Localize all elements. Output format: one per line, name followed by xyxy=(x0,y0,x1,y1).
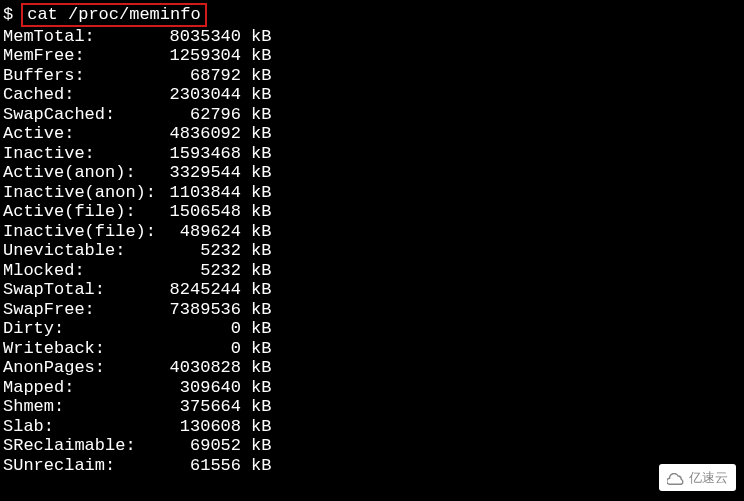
meminfo-unit: kB xyxy=(241,417,271,437)
meminfo-row: Mlocked:5232kB xyxy=(3,261,741,281)
meminfo-unit: kB xyxy=(241,66,271,86)
watermark-text: 亿速云 xyxy=(689,468,728,488)
meminfo-unit: kB xyxy=(241,124,271,144)
prompt-line: $ cat /proc/meminfo xyxy=(3,3,741,27)
meminfo-row: Cached:2303044kB xyxy=(3,85,741,105)
meminfo-value: 68792 xyxy=(155,66,241,86)
meminfo-unit: kB xyxy=(241,222,271,242)
meminfo-value: 8245244 xyxy=(155,280,241,300)
meminfo-unit: kB xyxy=(241,202,271,222)
meminfo-label: SReclaimable: xyxy=(3,436,155,456)
meminfo-value: 375664 xyxy=(155,397,241,417)
meminfo-unit: kB xyxy=(241,358,271,378)
meminfo-unit: kB xyxy=(241,27,271,47)
meminfo-value: 5232 xyxy=(155,261,241,281)
meminfo-row: Buffers:68792kB xyxy=(3,66,741,86)
meminfo-label: Inactive: xyxy=(3,144,155,164)
meminfo-row: SUnreclaim:61556kB xyxy=(3,456,741,476)
meminfo-value: 62796 xyxy=(155,105,241,125)
meminfo-row: Dirty:0kB xyxy=(3,319,741,339)
command-text: cat /proc/meminfo xyxy=(27,5,200,24)
meminfo-unit: kB xyxy=(241,163,271,183)
meminfo-label: SUnreclaim: xyxy=(3,456,155,476)
meminfo-label: Slab: xyxy=(3,417,155,437)
meminfo-unit: kB xyxy=(241,183,271,203)
meminfo-row: MemFree:1259304kB xyxy=(3,46,741,66)
meminfo-label: Buffers: xyxy=(3,66,155,86)
meminfo-value: 7389536 xyxy=(155,300,241,320)
meminfo-row: SwapTotal:8245244kB xyxy=(3,280,741,300)
meminfo-value: 1259304 xyxy=(155,46,241,66)
meminfo-label: Cached: xyxy=(3,85,155,105)
meminfo-label: Unevictable: xyxy=(3,241,155,261)
meminfo-label: Mlocked: xyxy=(3,261,155,281)
meminfo-unit: kB xyxy=(241,280,271,300)
meminfo-unit: kB xyxy=(241,144,271,164)
meminfo-value: 69052 xyxy=(155,436,241,456)
meminfo-unit: kB xyxy=(241,46,271,66)
meminfo-unit: kB xyxy=(241,241,271,261)
meminfo-unit: kB xyxy=(241,261,271,281)
meminfo-row: Mapped:309640kB xyxy=(3,378,741,398)
meminfo-value: 1506548 xyxy=(155,202,241,222)
meminfo-value: 8035340 xyxy=(155,27,241,47)
meminfo-value: 1593468 xyxy=(155,144,241,164)
meminfo-row: Active:4836092kB xyxy=(3,124,741,144)
meminfo-label: MemTotal: xyxy=(3,27,155,47)
meminfo-value: 309640 xyxy=(155,378,241,398)
meminfo-label: MemFree: xyxy=(3,46,155,66)
meminfo-label: Inactive(file): xyxy=(3,222,155,242)
meminfo-unit: kB xyxy=(241,436,271,456)
meminfo-value: 0 xyxy=(155,339,241,359)
meminfo-row: Shmem:375664kB xyxy=(3,397,741,417)
meminfo-row: SwapCached:62796kB xyxy=(3,105,741,125)
meminfo-row: Writeback:0kB xyxy=(3,339,741,359)
meminfo-unit: kB xyxy=(241,456,271,476)
command-highlight-box: cat /proc/meminfo xyxy=(21,3,206,27)
cloud-icon xyxy=(667,471,685,483)
meminfo-label: Dirty: xyxy=(3,319,155,339)
meminfo-row: Active(file):1506548kB xyxy=(3,202,741,222)
meminfo-row: SReclaimable:69052kB xyxy=(3,436,741,456)
meminfo-row: Unevictable:5232kB xyxy=(3,241,741,261)
meminfo-value: 0 xyxy=(155,319,241,339)
meminfo-row: Inactive(anon):1103844kB xyxy=(3,183,741,203)
meminfo-value: 4836092 xyxy=(155,124,241,144)
meminfo-label: Writeback: xyxy=(3,339,155,359)
meminfo-label: SwapCached: xyxy=(3,105,155,125)
meminfo-value: 130608 xyxy=(155,417,241,437)
meminfo-unit: kB xyxy=(241,378,271,398)
meminfo-label: Active(file): xyxy=(3,202,155,222)
meminfo-value: 61556 xyxy=(155,456,241,476)
meminfo-row: Inactive:1593468kB xyxy=(3,144,741,164)
meminfo-label: AnonPages: xyxy=(3,358,155,378)
meminfo-label: Active(anon): xyxy=(3,163,155,183)
meminfo-row: MemTotal:8035340kB xyxy=(3,27,741,47)
meminfo-unit: kB xyxy=(241,105,271,125)
meminfo-row: AnonPages:4030828kB xyxy=(3,358,741,378)
meminfo-label: Inactive(anon): xyxy=(3,183,155,203)
meminfo-row: Inactive(file):489624kB xyxy=(3,222,741,242)
meminfo-label: Active: xyxy=(3,124,155,144)
meminfo-value: 2303044 xyxy=(155,85,241,105)
meminfo-label: SwapTotal: xyxy=(3,280,155,300)
meminfo-unit: kB xyxy=(241,397,271,417)
meminfo-unit: kB xyxy=(241,319,271,339)
meminfo-row: Active(anon):3329544kB xyxy=(3,163,741,183)
meminfo-output: MemTotal:8035340kBMemFree:1259304kBBuffe… xyxy=(3,27,741,476)
meminfo-unit: kB xyxy=(241,300,271,320)
meminfo-value: 1103844 xyxy=(155,183,241,203)
meminfo-value: 4030828 xyxy=(155,358,241,378)
meminfo-unit: kB xyxy=(241,85,271,105)
meminfo-row: Slab:130608kB xyxy=(3,417,741,437)
watermark: 亿速云 xyxy=(659,464,736,492)
meminfo-label: Shmem: xyxy=(3,397,155,417)
meminfo-value: 489624 xyxy=(155,222,241,242)
meminfo-unit: kB xyxy=(241,339,271,359)
shell-prompt: $ xyxy=(3,5,21,25)
meminfo-value: 5232 xyxy=(155,241,241,261)
meminfo-label: SwapFree: xyxy=(3,300,155,320)
meminfo-label: Mapped: xyxy=(3,378,155,398)
meminfo-value: 3329544 xyxy=(155,163,241,183)
meminfo-row: SwapFree:7389536kB xyxy=(3,300,741,320)
